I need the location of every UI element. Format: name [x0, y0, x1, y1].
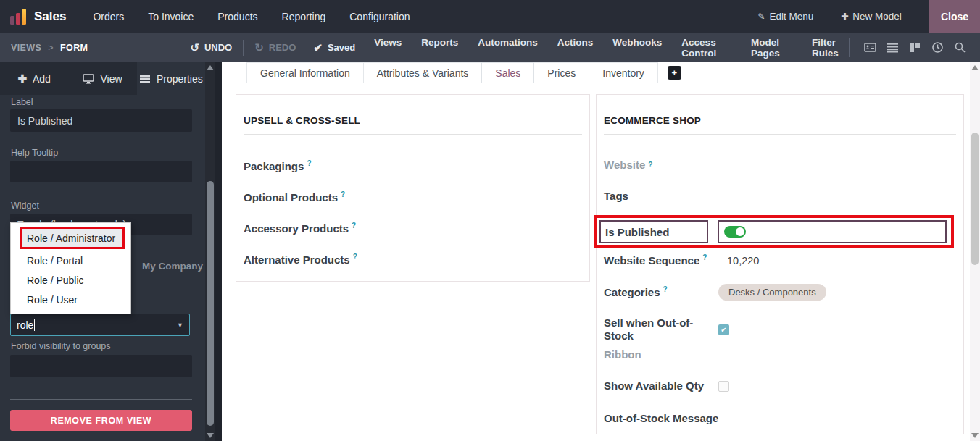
list-view-icon[interactable] [886, 41, 899, 54]
add-tab-button[interactable]: + [668, 66, 681, 80]
field-categories[interactable]: Categories? Desks / Components [604, 284, 956, 301]
tab-inventory[interactable]: Inventory [589, 62, 658, 83]
breadcrumb-views[interactable]: VIEWS [11, 43, 41, 53]
menu-orders[interactable]: Orders [93, 11, 124, 22]
boolean-toggle-on[interactable] [724, 226, 746, 238]
studio-menu: Views Reports Automations Actions Webhoo… [374, 37, 849, 59]
kanban-view-icon[interactable] [909, 41, 921, 54]
group-title: ECOMMERCE SHOP [604, 115, 956, 135]
sidebar-edge [215, 62, 222, 441]
check-icon: ✔ [313, 42, 323, 53]
new-model-button[interactable]: ✚ New Model [841, 11, 902, 22]
sidebar-tab-view[interactable]: View [68, 62, 136, 95]
tab-general-information[interactable]: General Information [246, 62, 364, 83]
scrollbar-thumb[interactable] [971, 133, 979, 265]
main-scrollbar[interactable] [970, 62, 980, 441]
scroll-up-arrow[interactable] [971, 65, 979, 70]
search-icon[interactable] [954, 41, 966, 54]
group-title: UPSELL & CROSS-SELL [244, 115, 582, 135]
app-title[interactable]: Sales [34, 9, 66, 24]
sidebar-scrollbar[interactable] [205, 62, 215, 441]
sidebar-tabs: ✚ Add View Properties [0, 62, 205, 95]
menu-products[interactable]: Products [217, 11, 257, 22]
view-switcher [849, 38, 971, 57]
breadcrumb: VIEWS > FORM [0, 43, 190, 53]
redo-button[interactable]: ↻ REDO [254, 42, 296, 53]
studio-menu-model-pages[interactable]: Model Pages [751, 37, 792, 59]
scroll-down-arrow[interactable] [207, 433, 214, 438]
plus-icon: ✚ [841, 12, 848, 22]
undo-redo-group: ↺ UNDO ↻ REDO ✔ Saved [190, 40, 355, 56]
studio-menu-access-control[interactable]: Access Control [681, 37, 731, 59]
sidebar-tab-properties[interactable]: Properties [137, 62, 205, 95]
field-tags[interactable]: Tags [604, 190, 956, 202]
monitor-icon [83, 74, 94, 84]
tab-sales[interactable]: Sales [481, 62, 534, 83]
field-show-available-qty[interactable]: Show Available Qty [604, 379, 956, 392]
menu-to-invoice[interactable]: To Invoice [148, 11, 194, 22]
forbid-groups-input[interactable] [10, 355, 192, 377]
field-out-of-stock-message[interactable]: Out-of-Stock Message [604, 412, 956, 424]
studio-menu-actions[interactable]: Actions [557, 37, 594, 59]
topbar-right: ✎ Edit Menu ✚ New Model Close [757, 0, 980, 33]
annotation-red-box-option: Role / Administrator [20, 227, 125, 249]
form-editor-canvas: General Information Attributes & Variant… [222, 62, 970, 441]
field-sell-out-of-stock[interactable]: Sell when Out-of-Stock ✔ [604, 316, 956, 343]
breadcrumb-separator: > [48, 43, 54, 53]
field-packagings[interactable]: Packagings? [244, 159, 311, 173]
checkbox-checked[interactable]: ✔ [718, 324, 729, 335]
notebook-tabs: General Information Attributes & Variant… [222, 62, 970, 83]
form-view-icon[interactable] [864, 41, 876, 54]
properties-icon [139, 74, 151, 84]
breadcrumb-form: FORM [60, 43, 88, 53]
top-navbar: Sales Orders To Invoice Products Reporti… [0, 0, 980, 33]
annotation-red-box-is-published: Is Published [594, 215, 954, 248]
dropdown-option-role-user[interactable]: Role / User [11, 290, 130, 309]
dropdown-option-role-public[interactable]: Role / Public [11, 270, 130, 290]
studio-menu-reports[interactable]: Reports [421, 37, 458, 59]
scroll-down-arrow[interactable] [971, 433, 979, 438]
help-marker: ? [353, 253, 357, 261]
dropdown-option-role-portal[interactable]: Role / Portal [11, 251, 130, 270]
help-marker: ? [648, 161, 652, 169]
menu-reporting[interactable]: Reporting [282, 11, 326, 22]
company-text-fragment: My Company [142, 261, 203, 272]
close-studio-button[interactable]: Close [929, 0, 980, 33]
checkbox-unchecked[interactable] [718, 381, 729, 392]
tab-prices[interactable]: Prices [533, 62, 589, 83]
is-published-field-label[interactable]: Is Published [599, 220, 708, 243]
field-optional-products[interactable]: Optional Products? [244, 190, 345, 204]
limit-groups-input[interactable]: role ▼ [10, 314, 190, 336]
undo-icon: ↺ [190, 42, 199, 53]
field-website[interactable]: Website? [604, 159, 956, 171]
chevron-down-icon: ▼ [177, 322, 183, 329]
undo-button[interactable]: ↺ UNDO [190, 42, 232, 53]
help-marker: ? [663, 285, 668, 293]
studio-menu-automations[interactable]: Automations [478, 37, 538, 59]
dropdown-option-role-administrator[interactable]: Role / Administrator [22, 229, 122, 247]
scrollbar-thumb[interactable] [207, 181, 214, 426]
help-tooltip-input[interactable] [10, 161, 192, 182]
field-accessory-products[interactable]: Accessory Products? [244, 222, 356, 235]
help-marker: ? [352, 222, 356, 230]
field-ribbon[interactable]: Ribbon [604, 348, 956, 361]
is-published-field-value[interactable] [718, 220, 947, 243]
field-website-sequence[interactable]: Website Sequence? 10,220 [604, 253, 956, 267]
studio-menu-webhooks[interactable]: Webhooks [612, 37, 662, 59]
remove-from-view-button[interactable]: REMOVE FROM VIEW [10, 410, 192, 431]
saved-status: ✔ Saved [313, 42, 355, 53]
sidebar-tab-add[interactable]: ✚ Add [0, 62, 68, 95]
help-marker: ? [702, 253, 707, 261]
studio-menu-filter-rules[interactable]: Filter Rules [812, 37, 849, 59]
odoo-apps-icon[interactable] [10, 9, 26, 25]
tab-attributes-variants[interactable]: Attributes & Variants [363, 62, 483, 83]
field-alternative-products[interactable]: Alternative Products? [244, 253, 357, 266]
scroll-up-arrow[interactable] [207, 65, 214, 70]
menu-configuration[interactable]: Configuration [349, 11, 410, 22]
activity-clock-icon[interactable] [931, 41, 944, 54]
studio-menu-views[interactable]: Views [374, 37, 402, 59]
text-cursor [34, 319, 35, 331]
edit-menu-button[interactable]: ✎ Edit Menu [757, 11, 813, 22]
help-marker: ? [341, 190, 345, 198]
label-field-input[interactable]: Is Published [10, 109, 192, 132]
